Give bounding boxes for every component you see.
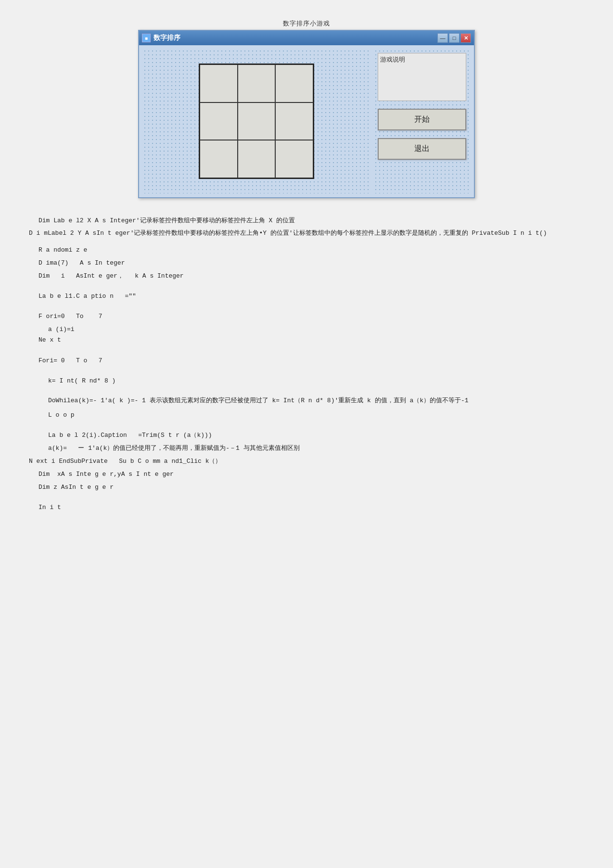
code-label1: La b e l1.C a ptio n ="" — [29, 291, 584, 302]
right-panel: 游戏说明 开始 退出 — [374, 49, 470, 193]
grid-cell-7[interactable] — [238, 140, 276, 178]
code-next1: Ne x t — [29, 335, 584, 345]
grid-cell-2[interactable] — [275, 64, 313, 102]
grid-cell-1[interactable] — [238, 64, 276, 102]
game-desc-title: 游戏说明 — [380, 55, 464, 64]
code-line-2: D i mLabel 2 Y A sIn t eger'记录标签控件数组中要移动… — [29, 229, 584, 239]
title-controls: — □ ✕ — [437, 33, 471, 43]
code-for2: Fori= 0 T o 7 — [29, 356, 584, 366]
app-window: ■ 数字排序 — □ ✕ 游戏 — [138, 30, 475, 198]
code-label2-assign: La b e l 2(i).Caption =Trim(S t r (a（k))… — [29, 430, 584, 441]
code-k-assign: k= I nt( R nd* 8 ) — [29, 376, 584, 386]
code-section: Dim Lab e l2 X A s Integer'记录标签控件数组中要移动的… — [29, 216, 584, 513]
grid-cell-5[interactable] — [275, 102, 313, 140]
start-button[interactable]: 开始 — [378, 109, 466, 130]
window-title: 数字排序 — [153, 34, 180, 42]
grid-cell-0[interactable] — [200, 64, 238, 102]
exit-button[interactable]: 退出 — [378, 138, 466, 160]
code-line-1: Dim Lab e l2 X A s Integer'记录标签控件数组中要移动的… — [29, 216, 584, 226]
grid-cell-4[interactable] — [238, 102, 276, 140]
code-dim-z: Dim z AsIn t e g e r — [29, 482, 584, 493]
code-for1: F ori=0 To 7 — [29, 311, 584, 322]
code-randomize: R a ndomi z e — [29, 245, 584, 255]
code-init: In i t — [29, 502, 584, 513]
code-a-set-neg1: a(k)= ー 1'a(k）的值已经使用了，不能再用，重新赋值为-－1 与其他元… — [29, 443, 584, 454]
grid-cell-6[interactable] — [200, 140, 238, 178]
dotted-panel-left — [143, 49, 370, 193]
game-grid — [199, 64, 314, 179]
app-window-label: 数字排序小游戏 — [29, 19, 584, 28]
code-dim-a: D ima(7) A s In teger — [29, 258, 584, 268]
game-desc-box: 游戏说明 — [378, 53, 466, 101]
code-do-while: DoWhilea(k)=- 1'a( k )=- 1 表示该数组元素对应的数字已… — [29, 396, 584, 406]
window-content: 游戏说明 开始 退出 — [139, 45, 474, 197]
code-dim-ik: Dim i AsInt e ger， k A s Integer — [29, 271, 584, 281]
minimize-button[interactable]: — — [437, 33, 448, 43]
code-next2: N ext i EndSubPrivate Su b C o mm a nd1_… — [29, 456, 584, 467]
grid-cell-3[interactable] — [200, 102, 238, 140]
title-bar-left: ■ 数字排序 — [142, 34, 180, 42]
restore-button[interactable]: □ — [449, 33, 460, 43]
title-icon: ■ — [142, 34, 151, 42]
code-loop: L o o p — [29, 410, 584, 421]
code-a-assign: a (i)=i — [29, 324, 584, 335]
code-dim-xy: Dim xA s Inte g e r,yA s I nt e ger — [29, 469, 584, 480]
grid-cell-8[interactable] — [275, 140, 313, 178]
title-bar: ■ 数字排序 — □ ✕ — [139, 31, 474, 45]
close-button[interactable]: ✕ — [460, 33, 471, 43]
